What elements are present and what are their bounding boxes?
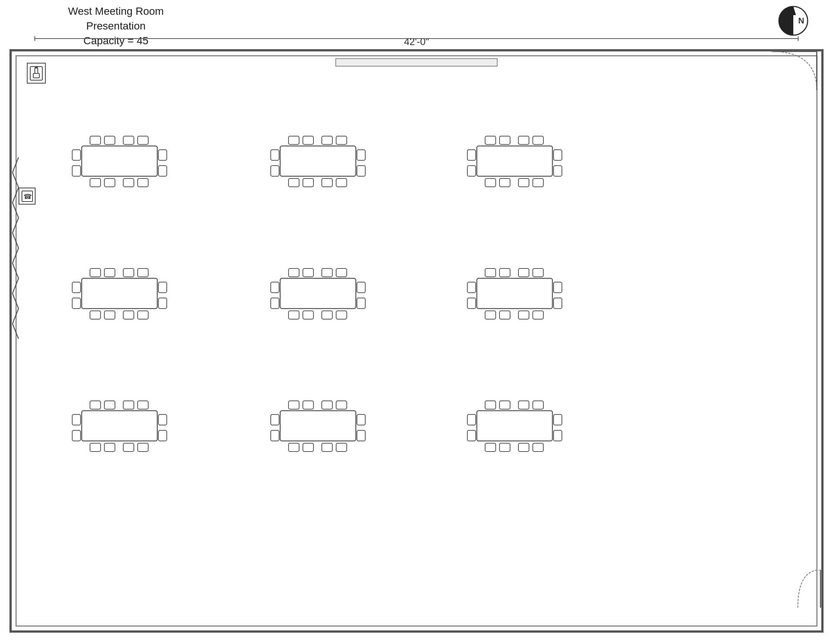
svg-rect-81: [553, 282, 562, 293]
svg-rect-55: [158, 282, 167, 293]
svg-rect-89: [518, 269, 529, 277]
svg-rect-74: [288, 269, 299, 277]
svg-rect-5: [33, 73, 39, 78]
svg-rect-64: [138, 269, 148, 277]
svg-rect-65: [280, 279, 356, 309]
svg-rect-27: [271, 150, 279, 160]
svg-rect-43: [553, 166, 562, 176]
table-unit-4: [70, 263, 169, 340]
svg-rect-122: [485, 443, 496, 451]
svg-rect-116: [336, 401, 347, 409]
svg-rect-98: [123, 443, 134, 451]
svg-rect-19: [105, 179, 115, 187]
svg-rect-79: [467, 282, 476, 293]
svg-rect-108: [357, 430, 365, 441]
door-right-bottom: [794, 570, 824, 612]
svg-text:N: N: [798, 16, 804, 25]
fire-extinguisher-symbol: [27, 63, 46, 84]
svg-rect-76: [322, 269, 332, 277]
page: West Meeting Room Presentation Capacity …: [0, 0, 833, 644]
svg-rect-66: [271, 282, 279, 293]
svg-rect-94: [158, 414, 167, 425]
svg-rect-21: [138, 179, 148, 187]
svg-rect-86: [533, 311, 544, 319]
svg-rect-23: [105, 136, 115, 145]
svg-rect-93: [72, 430, 80, 441]
svg-rect-61: [90, 269, 101, 277]
svg-rect-100: [90, 401, 101, 409]
svg-rect-15: [72, 166, 80, 176]
svg-rect-82: [553, 298, 562, 309]
svg-rect-112: [336, 443, 347, 451]
svg-rect-38: [336, 136, 347, 145]
svg-rect-36: [303, 136, 314, 145]
svg-rect-118: [467, 414, 476, 425]
svg-rect-37: [322, 136, 332, 145]
svg-rect-83: [485, 311, 496, 319]
svg-rect-63: [123, 269, 134, 277]
svg-rect-45: [500, 179, 510, 187]
svg-rect-31: [288, 179, 299, 187]
svg-rect-42: [553, 150, 562, 160]
svg-rect-56: [158, 298, 167, 309]
svg-rect-85: [518, 311, 529, 319]
svg-rect-39: [477, 146, 552, 176]
svg-rect-75: [303, 269, 314, 277]
svg-rect-124: [518, 443, 529, 451]
svg-rect-87: [485, 269, 496, 277]
svg-rect-67: [271, 298, 279, 309]
svg-rect-119: [467, 430, 476, 441]
svg-rect-40: [467, 150, 476, 160]
svg-rect-51: [533, 136, 544, 145]
svg-rect-95: [158, 430, 167, 441]
svg-rect-104: [280, 411, 356, 441]
svg-rect-126: [485, 401, 496, 409]
svg-rect-24: [123, 136, 134, 145]
accordion-wall-left: [12, 157, 20, 339]
north-arrow: N: [776, 4, 810, 38]
svg-rect-22: [90, 136, 101, 145]
svg-rect-88: [500, 269, 510, 277]
svg-rect-121: [553, 430, 562, 441]
svg-rect-60: [138, 311, 148, 319]
svg-rect-68: [357, 282, 365, 293]
svg-rect-102: [123, 401, 134, 409]
svg-rect-47: [533, 179, 544, 187]
svg-rect-49: [500, 136, 510, 145]
svg-rect-13: [82, 146, 157, 176]
table-unit-2: [269, 131, 367, 208]
room-title: West Meeting Room: [68, 4, 164, 19]
table-unit-3: [465, 131, 564, 208]
svg-rect-34: [336, 179, 347, 187]
svg-rect-70: [288, 311, 299, 319]
svg-rect-4: [35, 68, 38, 73]
svg-rect-53: [72, 282, 80, 293]
svg-rect-114: [303, 401, 314, 409]
svg-rect-99: [138, 443, 148, 451]
floorplan: ☎: [10, 49, 823, 633]
svg-rect-46: [518, 179, 529, 187]
svg-rect-73: [336, 311, 347, 319]
svg-rect-18: [90, 179, 101, 187]
svg-rect-123: [500, 443, 510, 451]
table-unit-9: [465, 396, 564, 473]
svg-rect-84: [500, 311, 510, 319]
svg-rect-26: [280, 146, 356, 176]
svg-rect-110: [303, 443, 314, 451]
svg-rect-25: [138, 136, 148, 145]
svg-rect-77: [336, 269, 347, 277]
svg-rect-41: [467, 166, 476, 176]
svg-rect-78: [477, 279, 552, 309]
table-unit-5: [269, 263, 367, 340]
svg-rect-107: [357, 414, 365, 425]
svg-rect-17: [158, 166, 167, 176]
table-unit-8: [269, 396, 367, 473]
svg-rect-16: [158, 150, 167, 160]
svg-rect-113: [288, 401, 299, 409]
svg-rect-30: [357, 166, 365, 176]
svg-rect-92: [72, 414, 80, 425]
svg-rect-44: [485, 179, 496, 187]
svg-rect-97: [105, 443, 115, 451]
svg-rect-128: [518, 401, 529, 409]
svg-rect-115: [322, 401, 332, 409]
